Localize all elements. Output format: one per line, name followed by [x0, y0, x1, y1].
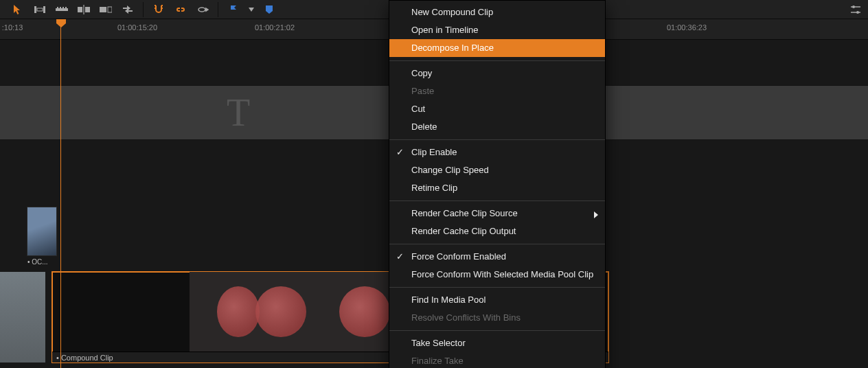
selection-tool-button[interactable]: [10, 2, 26, 17]
menu-item-retime-clip[interactable]: Retime Clip: [389, 179, 605, 197]
menu-item-copy[interactable]: Copy: [389, 65, 605, 82]
svg-rect-2: [37, 8, 43, 11]
svg-rect-10: [83, 5, 84, 14]
loop-button[interactable]: [194, 2, 211, 17]
clip-context-menu: New Compound ClipOpen in TimelineDecompo…: [389, 0, 606, 368]
menu-item-resolve-conflicts-with-bins: Resolve Conflicts With Bins: [389, 309, 605, 327]
menu-item-label: Take Selector: [411, 338, 466, 348]
menu-item-find-in-media-pool[interactable]: Find In Media Pool: [389, 291, 605, 309]
chevron-right-icon: [594, 209, 598, 222]
menu-item-label: Paste: [411, 86, 434, 96]
menu-separator: [389, 287, 605, 288]
menu-separator: [389, 330, 605, 331]
menu-item-label: Resolve Conflicts With Bins: [411, 312, 521, 323]
svg-rect-0: [34, 6, 36, 13]
svg-rect-4: [57, 7, 58, 8]
previous-clip[interactable]: [0, 272, 45, 363]
swap-tool-button[interactable]: [119, 2, 136, 17]
trim-tool-button[interactable]: [32, 2, 48, 17]
check-icon: ✓: [396, 146, 404, 159]
flag-button[interactable]: [225, 2, 242, 17]
svg-rect-9: [85, 7, 90, 12]
menu-item-label: Force Conform With Selected Media Pool C…: [411, 269, 593, 279]
menu-item-label: Delete: [411, 122, 437, 132]
menu-separator: [389, 200, 605, 201]
append-tool-button[interactable]: [98, 2, 114, 17]
menu-item-label: Finalize Take: [411, 356, 464, 366]
svg-rect-3: [56, 8, 68, 11]
clip-name-label: • Compound Clip: [56, 354, 113, 362]
menu-item-clip-enable[interactable]: ✓Clip Enable: [389, 143, 605, 161]
svg-rect-7: [65, 7, 67, 8]
razor-tool-button[interactable]: [54, 2, 70, 17]
menu-item-change-clip-speed[interactable]: Change Clip Speed: [389, 161, 605, 179]
menu-item-force-conform-with-selected-media-pool-clip[interactable]: Force Conform With Selected Media Pool C…: [389, 266, 605, 284]
svg-rect-5: [60, 7, 61, 8]
ruler-tick: :10:13: [2, 23, 23, 32]
menu-item-label: Retime Clip: [411, 183, 457, 193]
clip-thumbnail: [27, 207, 56, 255]
text-clip-icon: T: [227, 91, 250, 135]
menu-item-label: Render Cache Clip Source: [411, 208, 518, 218]
svg-rect-1: [43, 6, 45, 13]
svg-rect-6: [62, 7, 64, 8]
insert-tool-button[interactable]: [76, 2, 92, 17]
marker-button[interactable]: [261, 2, 277, 17]
menu-item-delete[interactable]: Delete: [389, 118, 605, 136]
ruler-tick: 01:00:21:02: [255, 23, 295, 32]
clip-label: • OC...: [27, 258, 56, 266]
menu-item-paste: Paste: [389, 82, 605, 100]
svg-rect-11: [100, 7, 106, 12]
menu-separator: [389, 60, 605, 61]
menu-item-render-cache-clip-source[interactable]: Render Cache Clip Source: [389, 205, 605, 222]
menu-item-open-in-timeline[interactable]: Open in Timeline: [389, 21, 605, 39]
svg-point-13: [852, 5, 855, 8]
clip-thumbnails: [190, 272, 400, 352]
menu-item-label: Clip Enable: [411, 147, 457, 157]
thumbnail-clip[interactable]: • OC...: [27, 207, 56, 266]
svg-point-14: [856, 11, 859, 14]
menu-separator: [389, 139, 605, 140]
menu-item-label: Cut: [411, 104, 425, 114]
menu-item-label: Force Conform Enabled: [411, 251, 506, 262]
svg-rect-8: [78, 7, 82, 12]
settings-button[interactable]: [847, 2, 864, 17]
ruler-tick: 01:00:36:23: [667, 23, 707, 32]
menu-item-label: Render Cache Clip Output: [411, 226, 516, 236]
svg-rect-12: [108, 7, 112, 12]
ruler-tick: 01:00:15:20: [117, 23, 157, 32]
check-icon: ✓: [396, 251, 404, 263]
menu-item-take-selector[interactable]: Take Selector: [389, 334, 605, 352]
menu-item-new-compound-clip[interactable]: New Compound Clip: [389, 3, 605, 21]
menu-item-cut[interactable]: Cut: [389, 100, 605, 118]
flag-dropdown-button[interactable]: [247, 2, 255, 17]
menu-item-label: Change Clip Speed: [411, 165, 489, 175]
link-button[interactable]: [172, 2, 189, 17]
menu-item-render-cache-clip-output[interactable]: Render Cache Clip Output: [389, 222, 605, 240]
menu-item-finalize-take: Finalize Take: [389, 352, 605, 368]
menu-item-label: Open in Timeline: [411, 25, 479, 35]
menu-item-label: Copy: [411, 68, 432, 78]
menu-item-force-conform-enabled[interactable]: ✓Force Conform Enabled: [389, 248, 605, 266]
snap-button[interactable]: [150, 2, 167, 17]
menu-item-label: New Compound Clip: [411, 7, 493, 17]
menu-item-decompose-in-place[interactable]: Decompose In Place: [389, 39, 605, 57]
menu-item-label: Find In Media Pool: [411, 295, 486, 305]
menu-item-label: Decompose In Place: [411, 43, 494, 53]
menu-separator: [389, 244, 605, 244]
